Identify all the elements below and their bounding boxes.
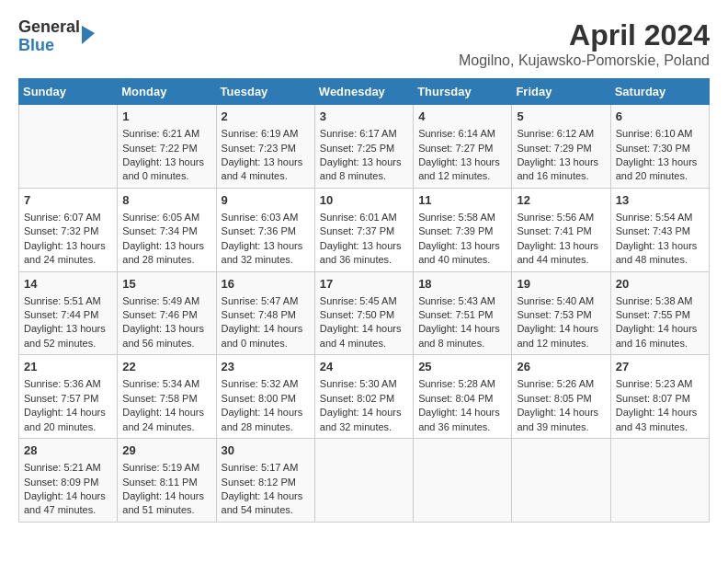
- day-info: Sunset: 8:02 PM: [320, 392, 408, 406]
- page-subtitle: Mogilno, Kujawsko-Pomorskie, Poland: [459, 52, 710, 69]
- day-info: Sunset: 7:55 PM: [616, 308, 704, 322]
- day-info: Sunset: 8:07 PM: [616, 392, 704, 406]
- day-info: and 28 minutes.: [122, 253, 210, 267]
- day-info: and 40 minutes.: [418, 253, 506, 267]
- calendar-cell: [610, 439, 709, 523]
- day-info: and 52 minutes.: [24, 337, 112, 350]
- day-info: Sunset: 7:34 PM: [122, 224, 210, 238]
- day-info: Daylight: 14 hours: [517, 322, 605, 336]
- day-number: 29: [122, 442, 210, 459]
- day-info: Sunset: 7:44 PM: [24, 308, 112, 322]
- day-number: 14: [24, 276, 112, 293]
- day-info: and 24 minutes.: [24, 253, 112, 267]
- day-info: Daylight: 14 hours: [222, 322, 310, 336]
- day-number: 21: [24, 359, 112, 375]
- header-day-sunday: Sunday: [19, 79, 118, 105]
- day-info: Sunrise: 6:21 AM: [122, 127, 210, 141]
- day-number: 26: [517, 359, 605, 375]
- calendar-cell: [512, 439, 610, 523]
- day-info: Sunrise: 5:28 AM: [418, 377, 506, 391]
- day-info: Daylight: 13 hours: [122, 239, 210, 253]
- day-info: Sunrise: 5:19 AM: [122, 461, 210, 475]
- day-info: Daylight: 13 hours: [320, 239, 408, 253]
- day-number: 11: [418, 192, 506, 209]
- day-info: Sunrise: 6:17 AM: [320, 127, 408, 141]
- day-info: Daylight: 14 hours: [24, 406, 112, 419]
- week-row-4: 21Sunrise: 5:36 AMSunset: 7:57 PMDayligh…: [19, 355, 710, 439]
- calendar-cell: [19, 105, 118, 189]
- svg-marker-0: [82, 26, 95, 44]
- day-number: 7: [24, 192, 112, 209]
- day-info: Daylight: 14 hours: [24, 489, 112, 503]
- day-info: Sunrise: 5:38 AM: [616, 294, 704, 308]
- day-number: 20: [616, 276, 704, 293]
- day-info: Daylight: 14 hours: [616, 322, 704, 336]
- day-info: and 51 minutes.: [122, 503, 210, 517]
- day-info: Sunrise: 5:40 AM: [517, 294, 605, 308]
- day-info: Sunset: 7:32 PM: [24, 224, 112, 238]
- day-info: and 44 minutes.: [517, 253, 605, 267]
- day-info: and 48 minutes.: [616, 253, 704, 267]
- calendar-cell: 28Sunrise: 5:21 AMSunset: 8:09 PMDayligh…: [19, 439, 118, 523]
- day-info: Daylight: 14 hours: [222, 489, 310, 503]
- day-info: Sunset: 7:58 PM: [122, 392, 210, 406]
- calendar-cell: 9Sunrise: 6:03 AMSunset: 7:36 PMDaylight…: [216, 188, 314, 271]
- calendar-cell: 1Sunrise: 6:21 AMSunset: 7:22 PMDaylight…: [118, 105, 216, 189]
- calendar-cell: 6Sunrise: 6:10 AMSunset: 7:30 PMDaylight…: [610, 105, 709, 189]
- day-info: Sunset: 7:22 PM: [122, 142, 210, 155]
- calendar-cell: 4Sunrise: 6:14 AMSunset: 7:27 PMDaylight…: [414, 105, 512, 189]
- header-day-thursday: Thursday: [414, 79, 512, 105]
- day-number: 1: [122, 109, 210, 125]
- week-row-5: 28Sunrise: 5:21 AMSunset: 8:09 PMDayligh…: [19, 439, 710, 523]
- day-info: Daylight: 14 hours: [320, 406, 408, 419]
- day-info: Sunrise: 5:26 AM: [517, 377, 605, 391]
- day-info: and 47 minutes.: [24, 503, 112, 517]
- day-info: Sunset: 7:50 PM: [320, 308, 408, 322]
- day-info: and 39 minutes.: [517, 420, 605, 434]
- day-info: and 28 minutes.: [222, 420, 310, 434]
- day-info: Sunrise: 5:30 AM: [320, 377, 408, 391]
- calendar-cell: 26Sunrise: 5:26 AMSunset: 8:05 PMDayligh…: [512, 355, 610, 439]
- logo-icon: [82, 26, 95, 44]
- calendar-cell: 8Sunrise: 6:05 AMSunset: 7:34 PMDaylight…: [118, 188, 216, 271]
- day-info: Sunrise: 5:54 AM: [616, 211, 704, 224]
- day-info: Daylight: 14 hours: [222, 406, 310, 419]
- calendar-cell: 12Sunrise: 5:56 AMSunset: 7:41 PMDayligh…: [512, 188, 610, 271]
- calendar-cell: 14Sunrise: 5:51 AMSunset: 7:44 PMDayligh…: [19, 271, 118, 355]
- day-info: Sunrise: 5:17 AM: [222, 461, 310, 475]
- day-info: Sunrise: 5:51 AM: [24, 294, 112, 308]
- day-number: 13: [616, 192, 704, 209]
- day-number: 15: [122, 276, 210, 293]
- day-info: and 4 minutes.: [320, 337, 408, 350]
- day-info: Sunset: 8:05 PM: [517, 392, 605, 406]
- day-info: and 32 minutes.: [320, 420, 408, 434]
- day-number: 3: [320, 109, 408, 125]
- day-info: Sunrise: 6:10 AM: [616, 127, 704, 141]
- day-info: Sunrise: 5:49 AM: [122, 294, 210, 308]
- day-info: Sunset: 7:41 PM: [517, 224, 605, 238]
- day-number: 2: [222, 109, 310, 125]
- day-info: Daylight: 13 hours: [222, 239, 310, 253]
- day-number: 4: [418, 109, 506, 125]
- calendar-cell: 15Sunrise: 5:49 AMSunset: 7:46 PMDayligh…: [118, 271, 216, 355]
- day-info: Sunset: 7:23 PM: [222, 142, 310, 155]
- page-title: April 2024: [459, 18, 710, 52]
- calendar-cell: 30Sunrise: 5:17 AMSunset: 8:12 PMDayligh…: [216, 439, 314, 523]
- day-info: Daylight: 13 hours: [24, 239, 112, 253]
- calendar-table: SundayMondayTuesdayWednesdayThursdayFrid…: [18, 78, 710, 523]
- day-number: 9: [222, 192, 310, 209]
- day-info: and 12 minutes.: [418, 169, 506, 183]
- calendar-cell: 7Sunrise: 6:07 AMSunset: 7:32 PMDaylight…: [19, 188, 118, 271]
- calendar-cell: 18Sunrise: 5:43 AMSunset: 7:51 PMDayligh…: [414, 271, 512, 355]
- day-number: 28: [24, 442, 112, 459]
- day-info: Sunset: 7:36 PM: [222, 224, 310, 238]
- day-info: and 56 minutes.: [122, 337, 210, 350]
- day-number: 12: [517, 192, 605, 209]
- day-info: Sunrise: 6:14 AM: [418, 127, 506, 141]
- calendar-cell: 29Sunrise: 5:19 AMSunset: 8:11 PMDayligh…: [118, 439, 216, 523]
- day-info: Sunset: 7:43 PM: [616, 224, 704, 238]
- day-info: and 20 minutes.: [616, 169, 704, 183]
- day-info: Daylight: 13 hours: [122, 322, 210, 336]
- day-info: Sunrise: 5:23 AM: [616, 377, 704, 391]
- day-info: Sunrise: 5:47 AM: [222, 294, 310, 308]
